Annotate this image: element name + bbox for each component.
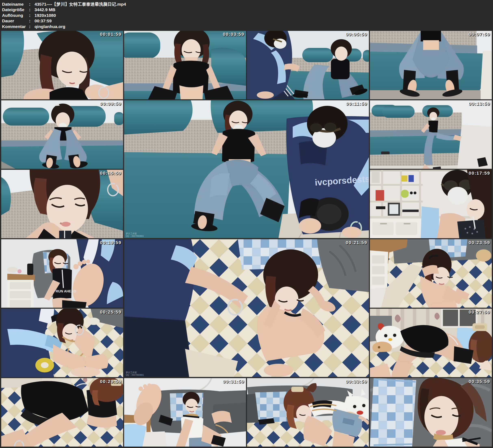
svg-text:RUN AHEAD: RUN AHEAD (56, 289, 76, 293)
